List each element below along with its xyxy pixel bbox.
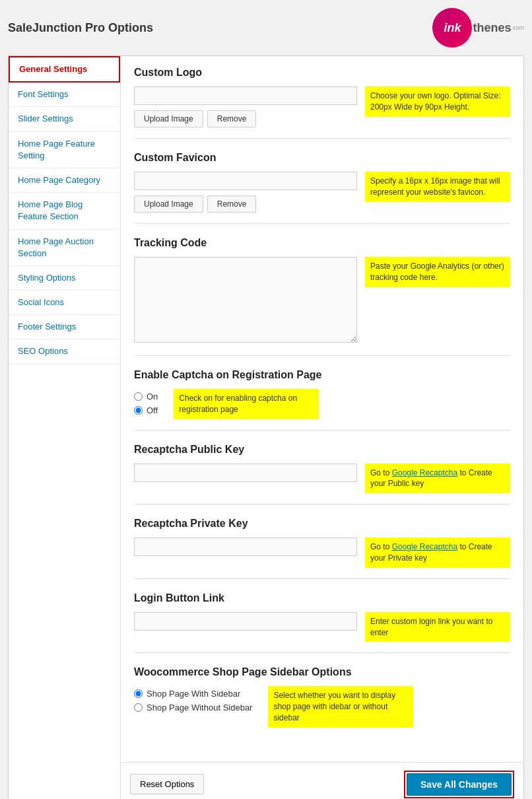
page-title: SaleJunction Pro Options (8, 21, 153, 35)
login-button-hint: Enter custom login link you want to ente… (365, 612, 510, 643)
logo-ink-text: ink (444, 21, 461, 35)
recaptcha-public-section: Recaptcha Public Key Go to Google Recapt… (134, 444, 510, 505)
recaptcha-private-link[interactable]: Google Recaptcha (392, 542, 457, 551)
logo-com-text: .com (511, 24, 524, 31)
custom-logo-field-row: Upload Image Remove Choose your own logo… (134, 87, 510, 127)
save-button-wrapper: Save All Changes (404, 771, 514, 798)
custom-logo-upload-button[interactable]: Upload Image (134, 110, 203, 127)
login-button-field-row: Enter custom login link you want to ente… (134, 612, 510, 643)
content-area: Custom Logo Upload Image Remove Choose y… (121, 56, 523, 799)
woocommerce-sidebar-radio-group: Shop Page With Sidebar Shop Page Without… (134, 689, 252, 712)
page-wrapper: SaleJunction Pro Options ink thenes.com … (0, 0, 532, 799)
shop-with-sidebar-label[interactable]: Shop Page With Sidebar (134, 689, 252, 699)
logo-icon: ink (432, 8, 472, 48)
recaptcha-public-title: Recaptcha Public Key (134, 444, 510, 456)
login-button-input[interactable] (134, 612, 357, 631)
custom-favicon-input-area: Upload Image Remove (134, 172, 357, 213)
captcha-on-radio[interactable] (134, 392, 143, 401)
woocommerce-sidebar-field-row: Shop Page With Sidebar Shop Page Without… (134, 686, 510, 727)
custom-favicon-hint: Specify a 16px x 16px image that will re… (365, 172, 510, 202)
login-button-input-area (134, 612, 357, 631)
captcha-off-label[interactable]: Off (134, 405, 158, 415)
custom-favicon-upload-button[interactable]: Upload Image (134, 195, 203, 213)
custom-logo-input[interactable] (134, 87, 357, 105)
save-button[interactable]: Save All Changes (407, 773, 512, 796)
custom-logo-hint: Choose your own logo. Optimal Size: 200p… (365, 87, 510, 117)
custom-favicon-title: Custom Favicon (134, 152, 510, 164)
logo-area: ink thenes.com (432, 8, 524, 48)
sidebar-item-home-page-feature-setting[interactable]: Home Page Feature Setting (9, 132, 120, 168)
captcha-title: Enable Captcha on Registration Page (134, 369, 510, 381)
shop-with-sidebar-text: Shop Page With Sidebar (147, 689, 240, 699)
custom-favicon-field-row: Upload Image Remove Specify a 16px x 16p… (134, 172, 510, 213)
custom-favicon-remove-button[interactable]: Remove (207, 195, 257, 213)
captcha-hint: Check on for enabling captcha on registr… (174, 389, 319, 419)
custom-logo-input-area: Upload Image Remove (134, 87, 357, 127)
captcha-radio-group: On Off (134, 392, 158, 415)
custom-logo-remove-button[interactable]: Remove (207, 110, 257, 127)
recaptcha-public-hint: Go to Google Recaptcha to Create your Pu… (365, 464, 510, 494)
shop-without-sidebar-label[interactable]: Shop Page Without Sidebar (134, 703, 252, 712)
recaptcha-public-input-area (134, 464, 357, 482)
tracking-code-input-area (134, 257, 357, 345)
woocommerce-sidebar-hint: Select whether you want to display shop … (268, 686, 413, 727)
sidebar-item-home-page-auction-section[interactable]: Home Page Auction Section (9, 230, 120, 266)
recaptcha-private-hint: Go to Google Recaptcha to Create your Pr… (365, 538, 510, 568)
woocommerce-sidebar-section: Woocommerce Shop Page Sidebar Options Sh… (134, 666, 510, 738)
sidebar-item-footer-settings[interactable]: Footer Settings (9, 315, 120, 339)
custom-favicon-input[interactable] (134, 172, 357, 190)
logo-combined: thenes.com (472, 21, 524, 35)
sidebar-item-seo-options[interactable]: SEO Options (9, 339, 120, 364)
woocommerce-sidebar-title: Woocommerce Shop Page Sidebar Options (134, 666, 510, 678)
recaptcha-private-input[interactable] (134, 538, 357, 556)
captcha-on-text: On (147, 392, 158, 401)
sidebar-item-home-page-blog-feature-section[interactable]: Home Page Blog Feature Section (9, 193, 120, 229)
tracking-code-textarea[interactable] (134, 257, 357, 343)
recaptcha-public-field-row: Go to Google Recaptcha to Create your Pu… (134, 464, 510, 494)
sidebar-item-social-icons[interactable]: Social Icons (9, 291, 120, 315)
sidebar-item-styling-options[interactable]: Styling Options (9, 266, 120, 291)
recaptcha-private-input-area (134, 538, 357, 556)
custom-logo-button-group: Upload Image Remove (134, 110, 357, 127)
shop-without-sidebar-radio[interactable] (134, 703, 143, 712)
logo-themes-text: thenes (473, 21, 511, 35)
custom-logo-title: Custom Logo (134, 67, 510, 79)
tracking-code-hint: Paste your Google Analytics (or other) t… (365, 257, 510, 287)
recaptcha-private-title: Recaptcha Private Key (134, 518, 510, 530)
custom-favicon-button-group: Upload Image Remove (134, 195, 357, 213)
reset-button[interactable]: Reset Options (130, 774, 204, 794)
captcha-off-text: Off (147, 405, 158, 415)
main-content: Custom Logo Upload Image Remove Choose y… (121, 56, 523, 762)
captcha-off-radio[interactable] (134, 406, 143, 415)
tracking-code-section: Tracking Code Paste your Google Analytic… (134, 237, 510, 356)
sidebar-item-slider-settings[interactable]: Slider Settings (9, 107, 120, 131)
sidebar-item-general-settings[interactable]: General Settings (9, 56, 120, 83)
sidebar-item-home-page-category[interactable]: Home Page Category (9, 168, 120, 193)
tracking-code-title: Tracking Code (134, 237, 510, 249)
custom-favicon-section: Custom Favicon Upload Image Remove Speci… (134, 152, 510, 224)
recaptcha-private-field-row: Go to Google Recaptcha to Create your Pr… (134, 538, 510, 568)
login-button-title: Login Button Link (134, 592, 510, 604)
sidebar: General Settings Font Settings Slider Se… (9, 56, 121, 799)
recaptcha-public-link[interactable]: Google Recaptcha (392, 468, 457, 477)
footer-bar: Reset Options Save All Changes (121, 762, 523, 799)
shop-without-sidebar-text: Shop Page Without Sidebar (147, 703, 252, 712)
captcha-field-row: On Off Check on for enabling captcha on … (134, 389, 510, 419)
recaptcha-public-input[interactable] (134, 464, 357, 482)
captcha-section: Enable Captcha on Registration Page On O… (134, 369, 510, 431)
custom-logo-section: Custom Logo Upload Image Remove Choose y… (134, 67, 510, 139)
recaptcha-private-section: Recaptcha Private Key Go to Google Recap… (134, 518, 510, 579)
captcha-on-label[interactable]: On (134, 392, 158, 401)
shop-with-sidebar-radio[interactable] (134, 689, 143, 698)
sidebar-item-font-settings[interactable]: Font Settings (9, 83, 120, 107)
main-container: General Settings Font Settings Slider Se… (8, 55, 524, 799)
header: SaleJunction Pro Options ink thenes.com (8, 8, 524, 48)
login-button-section: Login Button Link Enter custom login lin… (134, 592, 510, 654)
tracking-code-field-row: Paste your Google Analytics (or other) t… (134, 257, 510, 345)
